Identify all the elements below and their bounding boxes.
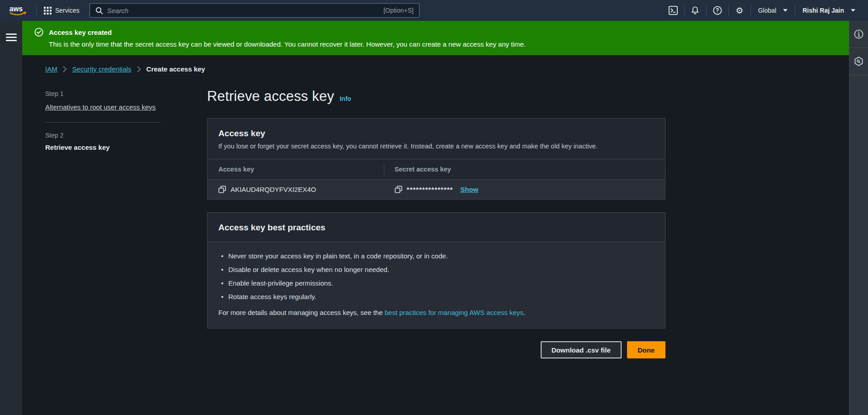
svg-text:aws: aws bbox=[9, 5, 23, 13]
page-content: IAM Security credentials Create access k… bbox=[22, 55, 849, 415]
step-1-link[interactable]: Alternatives to root user access keys bbox=[45, 103, 156, 111]
download-csv-button[interactable]: Download .csv file bbox=[541, 341, 622, 358]
side-navigation-strip bbox=[0, 21, 22, 415]
column-header-access-key: Access key bbox=[208, 159, 384, 179]
caret-down-icon bbox=[783, 9, 788, 12]
notifications-button[interactable] bbox=[685, 0, 705, 21]
breadcrumb-link-security-credentials[interactable]: Security credentials bbox=[72, 65, 132, 73]
steps-divider bbox=[45, 122, 161, 123]
search-shortcut-hint: [Option+S] bbox=[383, 7, 414, 14]
help-icon: ? bbox=[712, 5, 722, 15]
services-button[interactable]: Services bbox=[38, 0, 86, 21]
list-item: Disable or delete access key when no lon… bbox=[218, 266, 654, 273]
cloudshell-icon bbox=[668, 5, 678, 15]
secret-key-masked-value: *************** bbox=[407, 186, 453, 193]
show-secret-link[interactable]: Show bbox=[460, 186, 478, 193]
access-key-card-description: If you lose or forget your secret access… bbox=[218, 143, 654, 150]
info-circle-icon bbox=[854, 29, 864, 39]
best-practices-title: Access key best practices bbox=[218, 223, 654, 233]
nav-divider bbox=[36, 5, 37, 16]
bell-icon bbox=[690, 5, 700, 15]
caret-down-icon bbox=[851, 9, 855, 12]
banner-title: Access key created bbox=[49, 29, 112, 36]
copy-access-key-button[interactable] bbox=[218, 186, 226, 193]
breadcrumb: IAM Security credentials Create access k… bbox=[45, 65, 665, 73]
key-table-row: AKIAUD4RQDYFVXI2EX4O * bbox=[208, 179, 665, 199]
aws-logo[interactable]: aws bbox=[8, 4, 28, 17]
chevron-right-icon bbox=[63, 66, 67, 72]
region-label: Global bbox=[758, 7, 776, 14]
search-box[interactable]: [Option+S] bbox=[90, 3, 420, 18]
cloudshell-button[interactable] bbox=[663, 0, 683, 21]
nav-divider bbox=[728, 5, 729, 16]
services-label: Services bbox=[55, 7, 80, 14]
nav-divider bbox=[706, 5, 707, 16]
breadcrumb-link-iam[interactable]: IAM bbox=[45, 65, 57, 73]
success-banner: Access key created This is the only time… bbox=[22, 21, 849, 55]
footer-text: For more details about managing access k… bbox=[218, 309, 385, 316]
list-item: Never store your access key in plain tex… bbox=[218, 252, 654, 260]
access-key-value: AKIAUD4RQDYFVXI2EX4O bbox=[231, 186, 316, 193]
q-panel-toggle[interactable] bbox=[849, 48, 868, 75]
help-button[interactable]: ? bbox=[708, 0, 727, 21]
banner-message: This is the only time that the secret ac… bbox=[49, 40, 840, 48]
hexagon-icon bbox=[854, 56, 864, 67]
nav-divider bbox=[795, 5, 795, 16]
nav-divider bbox=[750, 5, 751, 16]
check-circle-icon bbox=[34, 27, 44, 37]
best-practices-list: Never store your access key in plain tex… bbox=[218, 252, 654, 301]
gear-icon: ⚙ bbox=[736, 6, 743, 15]
column-header-secret-access-key: Secret access key bbox=[384, 159, 665, 179]
settings-button[interactable]: ⚙ bbox=[730, 0, 750, 21]
nav-divider bbox=[684, 5, 684, 16]
region-selector[interactable]: Global bbox=[752, 0, 794, 21]
top-navigation: aws Services [Option+S] bbox=[0, 0, 868, 21]
list-item: Rotate access keys regularly. bbox=[218, 293, 654, 301]
copy-secret-key-button[interactable] bbox=[395, 186, 402, 193]
info-panel-toggle[interactable] bbox=[849, 21, 868, 48]
search-icon bbox=[95, 7, 103, 14]
access-key-card: Access key If you lose or forget your se… bbox=[207, 118, 665, 200]
done-button[interactable]: Done bbox=[627, 341, 666, 358]
breadcrumb-current-page: Create access key bbox=[146, 65, 205, 73]
user-menu[interactable]: Rishi Raj Jain bbox=[796, 0, 862, 21]
user-label: Rishi Raj Jain bbox=[802, 7, 844, 14]
copy-icon bbox=[218, 186, 226, 193]
menu-icon bbox=[6, 33, 17, 35]
best-practices-link[interactable]: best practices for managing AWS access k… bbox=[385, 309, 524, 316]
step-1-label: Step 1 bbox=[45, 90, 161, 97]
copy-icon bbox=[395, 186, 402, 193]
svg-text:?: ? bbox=[716, 7, 719, 14]
key-table-header: Access key Secret access key bbox=[208, 159, 665, 179]
footer-text: . bbox=[524, 309, 525, 316]
access-key-card-title: Access key bbox=[218, 129, 654, 138]
search-input[interactable] bbox=[107, 7, 379, 14]
best-practices-card: Access key best practices Never store yo… bbox=[207, 212, 665, 329]
tools-panel-strip bbox=[849, 21, 868, 415]
wizard-steps-nav: Step 1 Alternatives to root user access … bbox=[45, 85, 161, 367]
chevron-right-icon bbox=[137, 66, 141, 72]
services-grid-icon bbox=[44, 7, 52, 14]
form-actions: Download .csv file Done bbox=[207, 341, 665, 358]
step-2-label: Step 2 bbox=[45, 132, 161, 139]
list-item: Enable least-privilege permissions. bbox=[218, 279, 654, 287]
info-link[interactable]: Info bbox=[340, 95, 351, 102]
open-menu-button[interactable] bbox=[6, 33, 17, 41]
page-title: Retrieve access key bbox=[207, 88, 334, 105]
best-practices-footer: For more details about managing access k… bbox=[218, 309, 654, 316]
step-2-current: Retrieve access key bbox=[45, 143, 161, 151]
